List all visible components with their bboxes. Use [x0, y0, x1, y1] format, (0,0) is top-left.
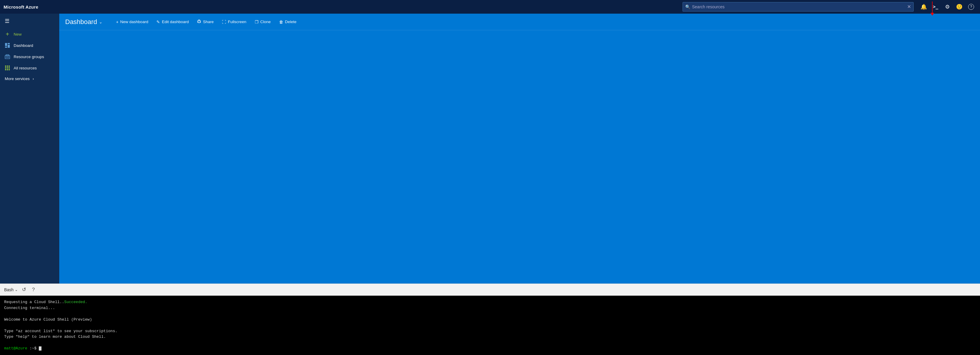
- terminal-prompt-line: matt@Azure :~$: [4, 345, 976, 352]
- shell-area: Bash ⌄ ↺ ? Requesting a Cloud Shell..Suc…: [0, 283, 980, 355]
- shell-refresh-button[interactable]: ↺: [20, 286, 28, 293]
- terminal-line: Welcome to Azure Cloud Shell (Preview): [4, 317, 976, 323]
- svg-point-6: [6, 57, 7, 58]
- fullscreen-label: Fullscreen: [228, 19, 246, 24]
- svg-rect-2: [8, 45, 10, 48]
- top-bar: Microsoft Azure 🔍 ✕ 🔔 >_ ⚙ 🙂 ?: [0, 0, 980, 14]
- search-clear-icon[interactable]: ✕: [907, 5, 911, 9]
- chevron-right-icon: ›: [33, 77, 34, 81]
- smiley-icon: 🙂: [956, 3, 963, 10]
- svg-rect-3: [5, 46, 7, 48]
- edit-dashboard-label: Edit dashboard: [162, 19, 189, 24]
- svg-point-8: [8, 57, 9, 58]
- sidebar-item-all-resources[interactable]: All resources: [0, 62, 59, 74]
- clone-label: Clone: [260, 19, 271, 24]
- search-icon: 🔍: [685, 5, 690, 9]
- shell-cursor: [39, 346, 41, 350]
- sidebar-more-label: More services: [5, 77, 30, 81]
- svg-rect-1: [8, 43, 10, 44]
- terminal-line: Type "az account list" to see your subsc…: [4, 328, 976, 334]
- content-area: ☰ + New Dashboard: [0, 14, 980, 283]
- terminal-line: Requesting a Cloud Shell..Succeeded.: [4, 299, 976, 305]
- svg-point-7: [7, 57, 8, 58]
- terminal-line: Connecting terminal...: [4, 305, 976, 311]
- feedback-button[interactable]: 🙂: [954, 2, 965, 12]
- dashboard-icon: [5, 43, 10, 48]
- clone-button[interactable]: ❐ Clone: [251, 14, 275, 30]
- delete-icon: 🗑: [279, 19, 283, 24]
- shell-help-button[interactable]: ?: [30, 286, 37, 293]
- shell-prompt-user: matt@Azure: [4, 346, 27, 350]
- sidebar-item-resource-groups[interactable]: Resource groups: [0, 51, 59, 62]
- fullscreen-button[interactable]: ⛶ Fullscreen: [218, 14, 250, 30]
- sidebar-hamburger[interactable]: ☰: [0, 14, 59, 29]
- dashboard-title: Dashboard: [65, 18, 97, 26]
- share-icon: [197, 19, 201, 24]
- shell-icon: >_: [933, 4, 938, 10]
- fullscreen-icon: ⛶: [222, 19, 226, 24]
- clone-icon: ❐: [255, 19, 259, 24]
- share-button[interactable]: Share: [193, 14, 218, 30]
- help-icon: ?: [968, 4, 974, 10]
- share-label: Share: [203, 19, 213, 24]
- help-button[interactable]: ?: [966, 2, 977, 12]
- sidebar-dashboard-label: Dashboard: [14, 43, 33, 48]
- dashboard-title-group: Dashboard ⌄: [65, 18, 102, 26]
- shell-prompt-suffix: :~$: [30, 346, 37, 350]
- delete-label: Delete: [285, 19, 296, 24]
- sidebar-new-label: New: [14, 32, 22, 37]
- all-resources-icon: [5, 65, 10, 70]
- sidebar-item-dashboard[interactable]: Dashboard: [0, 40, 59, 51]
- main-content: Dashboard ⌄ + New dashboard ✎ Edit dashb…: [59, 14, 980, 283]
- dashboard-actions: + New dashboard ✎ Edit dashboard Share: [112, 14, 301, 30]
- notifications-button[interactable]: 🔔: [918, 2, 929, 12]
- shell-toolbar: Bash ⌄ ↺ ?: [0, 284, 980, 296]
- terminal-line: [4, 322, 976, 328]
- shell-help-icon: ?: [32, 287, 35, 293]
- svg-rect-0: [5, 43, 7, 46]
- bell-icon: 🔔: [920, 3, 927, 10]
- settings-button[interactable]: ⚙: [942, 2, 953, 12]
- shell-type-label: Bash: [4, 287, 14, 292]
- search-input[interactable]: [692, 5, 905, 9]
- gear-icon: ⚙: [945, 3, 950, 10]
- shell-terminal[interactable]: Requesting a Cloud Shell..Succeeded. Con…: [0, 296, 980, 355]
- sidebar-more-services[interactable]: More services ›: [0, 74, 59, 84]
- sidebar-ar-label: All resources: [14, 66, 37, 70]
- dashboard-body: [59, 30, 980, 283]
- main-layout: ☰ + New Dashboard: [0, 14, 980, 355]
- search-box[interactable]: 🔍 ✕: [682, 2, 914, 11]
- edit-icon: ✎: [156, 19, 160, 24]
- dashboard-dropdown-icon[interactable]: ⌄: [99, 19, 102, 24]
- terminal-line: Type "help" to learn more about Cloud Sh…: [4, 334, 976, 340]
- svg-line-14: [198, 21, 199, 22]
- sidebar-item-new[interactable]: + New: [0, 29, 59, 40]
- refresh-icon: ↺: [22, 287, 26, 293]
- sidebar-rg-label: Resource groups: [14, 54, 44, 59]
- terminal-line: [4, 311, 976, 317]
- shell-type-chevron: ⌄: [15, 288, 18, 292]
- new-dashboard-button[interactable]: + New dashboard: [112, 14, 153, 30]
- svg-line-13: [199, 21, 200, 22]
- shell-type-select[interactable]: Bash ⌄: [4, 287, 18, 292]
- brand-title: Microsoft Azure: [3, 5, 38, 10]
- top-bar-icons: 🔔 >_ ⚙ 🙂 ?: [918, 2, 977, 12]
- cloud-shell-button[interactable]: >_: [930, 2, 941, 12]
- hamburger-icon: ☰: [5, 18, 10, 24]
- dashboard-header: Dashboard ⌄ + New dashboard ✎ Edit dashb…: [59, 14, 980, 30]
- edit-dashboard-button[interactable]: ✎ Edit dashboard: [152, 14, 193, 30]
- new-dashboard-label: New dashboard: [120, 19, 148, 24]
- delete-button[interactable]: 🗑 Delete: [275, 14, 301, 30]
- new-icon: +: [5, 32, 10, 37]
- sidebar: ☰ + New Dashboard: [0, 14, 59, 283]
- terminal-line: [4, 340, 976, 346]
- plus-icon: +: [116, 19, 118, 24]
- resource-groups-icon: [5, 54, 10, 59]
